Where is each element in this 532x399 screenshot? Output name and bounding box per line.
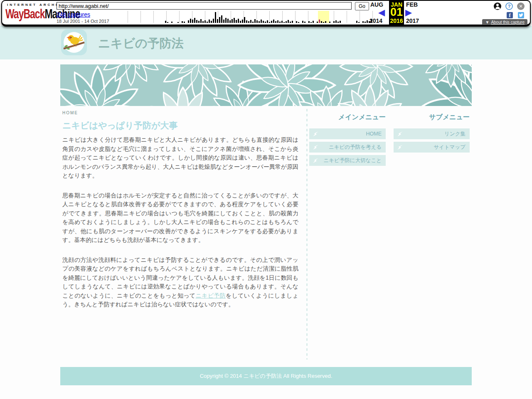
profile-icon[interactable]	[494, 2, 501, 10]
capture-bar[interactable]	[246, 20, 247, 23]
capture-bar[interactable]	[302, 21, 303, 23]
capture-bar[interactable]	[308, 21, 310, 23]
capture-bar[interactable]	[244, 17, 245, 23]
capture-bar[interactable]	[234, 18, 235, 23]
capture-bar[interactable]	[240, 21, 241, 23]
capture-bar[interactable]	[184, 22, 185, 23]
capture-bar[interactable]	[248, 21, 249, 23]
capture-bar[interactable]	[273, 20, 274, 23]
capture-bar[interactable]	[367, 20, 368, 23]
capture-bar[interactable]	[190, 19, 191, 23]
capture-bar[interactable]	[283, 22, 285, 23]
site-logo[interactable]	[61, 30, 87, 55]
capture-bar[interactable]	[298, 22, 299, 23]
capture-bar[interactable]	[286, 21, 287, 23]
capture-bar[interactable]	[267, 20, 268, 23]
help-icon[interactable]: ?	[505, 2, 513, 10]
capture-bar[interactable]	[188, 20, 189, 23]
close-icon[interactable]: ✕	[517, 2, 525, 10]
capture-bar[interactable]	[340, 21, 341, 23]
capture-bar[interactable]	[317, 22, 318, 23]
sidebar-item-links[interactable]: リンク集	[394, 128, 470, 139]
prev-capture-arrow-icon[interactable]: ◀	[378, 8, 385, 17]
capture-bar[interactable]	[198, 21, 200, 23]
capture-bar[interactable]	[215, 12, 216, 23]
capture-bar[interactable]	[310, 22, 312, 23]
capture-bar[interactable]	[329, 22, 330, 23]
capture-bar[interactable]	[209, 20, 210, 23]
about-this-capture[interactable]: ▼About this capture	[482, 19, 527, 25]
capture-bar[interactable]	[194, 18, 195, 23]
capture-bar[interactable]	[358, 22, 360, 23]
capture-bar[interactable]	[171, 22, 172, 23]
capture-bar[interactable]	[333, 21, 335, 23]
capture-bar[interactable]	[296, 21, 297, 23]
capture-bar[interactable]	[337, 22, 339, 23]
capture-bar[interactable]	[196, 20, 197, 23]
acne-prevention-link[interactable]: ニキビ予防	[196, 292, 226, 299]
capture-bar[interactable]	[323, 22, 324, 23]
capture-bar[interactable]	[362, 21, 364, 23]
capture-bar[interactable]	[252, 22, 254, 23]
capture-bar[interactable]	[261, 20, 262, 23]
capture-bar[interactable]	[192, 20, 193, 23]
capture-bar[interactable]	[167, 22, 168, 23]
sidebar-item-sitemap[interactable]: サイトマップ	[394, 142, 470, 153]
caret-down-icon: ▼	[485, 20, 489, 25]
capture-bar[interactable]	[227, 19, 229, 23]
captures-link[interactable]: 248 captures	[57, 11, 90, 18]
capture-bar[interactable]	[221, 15, 222, 23]
sidebar-item-think-prevention[interactable]: ニキビの予防を考える	[309, 142, 386, 153]
capture-bar[interactable]	[211, 21, 212, 23]
capture-bar[interactable]	[265, 22, 266, 23]
capture-bar[interactable]	[269, 22, 270, 23]
capture-bar[interactable]	[223, 20, 224, 23]
capture-bar[interactable]	[304, 22, 305, 23]
capture-bar[interactable]	[321, 21, 322, 23]
capture-bar[interactable]	[288, 20, 289, 23]
capture-bar[interactable]	[259, 21, 260, 23]
capture-bar[interactable]	[177, 22, 179, 23]
capture-bar[interactable]	[281, 21, 283, 23]
capture-bar[interactable]	[225, 18, 227, 23]
capture-bar[interactable]	[263, 21, 264, 23]
capture-bar[interactable]	[313, 21, 314, 23]
capture-bar[interactable]	[229, 20, 231, 23]
capture-bar[interactable]	[236, 20, 237, 23]
capture-bar[interactable]	[200, 19, 202, 23]
capture-bar[interactable]	[217, 19, 218, 23]
capture-bar[interactable]	[202, 21, 204, 23]
capture-bar[interactable]	[207, 22, 208, 23]
sidebar-item-home[interactable]: HOME	[309, 128, 386, 139]
capture-bar[interactable]	[365, 22, 366, 23]
next-capture-arrow-icon[interactable]: ▶	[405, 8, 412, 17]
twitter-icon[interactable]	[518, 12, 524, 18]
capture-bar[interactable]	[254, 19, 256, 23]
capture-bar[interactable]	[256, 20, 258, 23]
capture-bar[interactable]	[275, 21, 276, 23]
capture-bar[interactable]	[232, 19, 233, 23]
capture-bar[interactable]	[182, 21, 183, 23]
capture-bar[interactable]	[279, 22, 281, 23]
capture-bar[interactable]	[242, 20, 243, 23]
capture-bar[interactable]	[325, 21, 326, 23]
capture-bar[interactable]	[204, 20, 206, 23]
sidebar-item-important-things[interactable]: ニキビ予防に大切なこと	[309, 155, 386, 166]
facebook-icon[interactable]: f	[507, 12, 513, 18]
capture-bar[interactable]	[213, 19, 214, 23]
go-button[interactable]: Go	[355, 2, 369, 10]
capture-bar[interactable]	[290, 22, 291, 23]
timeline-sparkline[interactable]	[115, 11, 373, 23]
capture-bar[interactable]	[356, 21, 357, 23]
capture-bar[interactable]	[319, 20, 320, 23]
capture-bar[interactable]	[250, 20, 251, 23]
capture-bar[interactable]	[238, 19, 239, 23]
url-input[interactable]	[57, 2, 352, 10]
capture-bar[interactable]	[219, 17, 220, 23]
capture-bar[interactable]	[271, 21, 272, 23]
capture-bar[interactable]	[277, 20, 278, 23]
prev-month-label: AUG	[370, 1, 383, 8]
capture-bar[interactable]	[165, 21, 166, 23]
capture-bar[interactable]	[335, 20, 337, 23]
capture-bar[interactable]	[292, 21, 293, 23]
